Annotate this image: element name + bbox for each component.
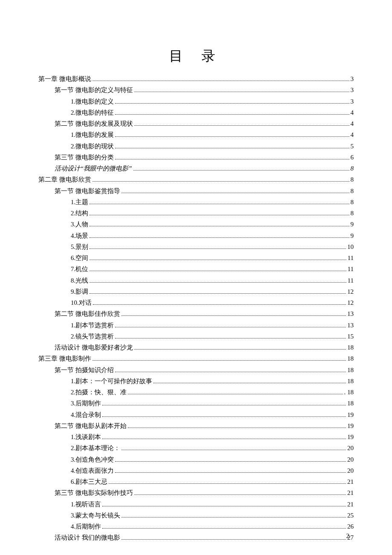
toc-entry-label: 2.微电影的特征 xyxy=(71,107,114,118)
toc-entry-page: 4 xyxy=(351,118,354,129)
toc-entry-label: 2.结构 xyxy=(71,208,88,219)
toc-entry-label: 第三节 微电影的分类 xyxy=(55,152,114,163)
toc-leader-dots xyxy=(102,439,346,439)
toc-entry: 第一节 微电影鉴赏指导8 xyxy=(38,185,354,197)
page-number: 2 xyxy=(346,532,350,540)
toc-entry-label: 7.机位 xyxy=(71,263,88,275)
toc-entry-label: 第一节 拍摄知识介绍 xyxy=(55,364,114,376)
toc-entry-label: 2.镜头节选赏析 xyxy=(71,331,114,342)
toc-leader-dots xyxy=(89,293,346,294)
toc-entry-page: 13 xyxy=(347,320,354,331)
toc-entry: 4.场景9 xyxy=(38,230,354,241)
toc-entry-label: 第三章 微电影制作 xyxy=(38,353,91,364)
toc-entry-page: 12 xyxy=(347,297,354,308)
toc-entry: 第二章 微电影欣赏8 xyxy=(38,174,354,185)
toc-entry: 第二节 微电影佳作欣赏13 xyxy=(38,308,354,319)
toc-leader-dots xyxy=(121,193,349,193)
toc-leader-dots xyxy=(115,114,349,115)
toc-leader-dots xyxy=(89,249,346,249)
toc-entry-page: 18 xyxy=(347,376,354,387)
toc-entry: 第三节 微电影实际制作技巧21 xyxy=(38,487,354,498)
toc-entry-label: 活动设计 微电影爱好者沙龙 xyxy=(55,342,133,353)
toc-entry-label: 10.对话 xyxy=(71,297,92,308)
document-page: 目 录 第一章 微电影概说3第一节 微电影的定义与特征31.微电影的定义32.微… xyxy=(0,0,392,555)
toc-leader-dots xyxy=(121,315,346,316)
toc-entry: 2.拍摄：快、狠、准. 18 xyxy=(38,387,354,398)
toc-entry-page: 8 xyxy=(351,163,354,174)
toc-entry: 第二节 微电影从剧本开始19 xyxy=(38,420,354,431)
toc-entry-page: 21 xyxy=(347,476,354,487)
toc-entry-page: 15 xyxy=(347,331,354,342)
toc-leader-dots xyxy=(121,450,346,450)
toc-entry-label: 活动设计 我们的微电影 xyxy=(55,532,120,543)
toc-entry-page: 18 xyxy=(347,398,354,409)
toc-entry: 3.人物9 xyxy=(38,219,354,230)
toc-entry: 4.混合录制19 xyxy=(38,409,354,420)
toc-entry-label: 2.微电影的现状 xyxy=(71,141,114,152)
toc-entry-label: 第二节 微电影佳作欣赏 xyxy=(55,308,120,319)
toc-entry-page: 20 xyxy=(347,465,354,476)
toc-entry-page: 11 xyxy=(348,275,354,286)
toc-list: 第一章 微电影概说3第一节 微电影的定义与特征31.微电影的定义32.微电影的特… xyxy=(38,73,354,543)
toc-entry: 1.浅谈剧本19 xyxy=(38,431,354,442)
toc-entry: 第三节 微电影的分类6 xyxy=(38,152,354,163)
toc-entry-label: 1.主题 xyxy=(71,197,88,208)
toc-entry-page: 5 xyxy=(351,141,354,152)
toc-entry-label: 第一节 微电影的定义与特征 xyxy=(55,84,133,95)
toc-entry-page: 3 xyxy=(351,84,354,95)
toc-leader-dots xyxy=(121,517,346,517)
toc-leader-dots xyxy=(134,92,349,92)
toc-entry: 3.后期制作18 xyxy=(38,398,354,409)
toc-leader-dots xyxy=(115,327,346,327)
toc-leader-dots xyxy=(89,237,349,238)
toc-entry: 第一章 微电影概说3 xyxy=(38,73,354,84)
toc-entry: 2.剧本基本理论：20 xyxy=(38,442,354,454)
toc-leader-dots xyxy=(102,416,346,417)
toc-entry-page: 19 xyxy=(347,409,354,420)
toc-entry-label: 第一章 微电影概说 xyxy=(38,73,91,84)
toc-entry: 第一节 微电影的定义与特征3 xyxy=(38,84,354,95)
toc-entry-page: 18 xyxy=(347,364,354,376)
toc-leader-dots xyxy=(102,506,346,506)
toc-entry-page: 3 xyxy=(351,96,354,107)
toc-leader-dots xyxy=(153,383,346,383)
toc-entry: 8.光线11 xyxy=(38,275,354,286)
toc-entry-page: 19 xyxy=(347,420,354,431)
toc-entry-page: 13 xyxy=(347,308,354,319)
toc-leader-dots xyxy=(115,461,346,462)
toc-leader-dots xyxy=(115,472,346,473)
toc-entry-page: 25 xyxy=(347,510,354,521)
toc-entry: 活动设计 我们的微电影27 xyxy=(38,532,354,543)
toc-leader-dots xyxy=(115,338,346,338)
toc-entry-page: 4 xyxy=(351,129,354,140)
toc-entry: 1.剧本节选赏析13 xyxy=(38,320,354,331)
toc-entry-page: 9 xyxy=(351,230,354,241)
toc-entry: 5.景别10 xyxy=(38,241,354,252)
toc-entry: 6.空间11 xyxy=(38,252,354,263)
toc-entry-page: 9 xyxy=(351,219,354,230)
toc-entry-label: 4.场景 xyxy=(71,230,88,241)
toc-entry-label: 1.微电影的定义 xyxy=(71,96,114,107)
toc-entry: 4.创造表面张力20 xyxy=(38,465,354,476)
toc-entry-label: 1.剧本节选赏析 xyxy=(71,320,114,331)
toc-entry-label: 8.光线 xyxy=(71,275,88,286)
toc-entry-page: 8 xyxy=(351,208,354,219)
toc-entry-label: 3.人物 xyxy=(71,219,88,230)
toc-entry-page: 20 xyxy=(347,454,354,465)
toc-leader-dots xyxy=(134,349,346,350)
toc-entry: 1.微电影的定义3 xyxy=(38,96,354,107)
toc-entry: 1.微电影的发展4 xyxy=(38,129,354,140)
toc-entry: 2.微电影的现状5 xyxy=(38,141,354,152)
toc-entry: 10.对话12 xyxy=(38,297,354,308)
toc-leader-dots xyxy=(109,483,346,484)
toc-entry-label: 9.影调 xyxy=(71,286,88,297)
toc-entry-page: 26 xyxy=(347,521,354,532)
toc-entry-page: 8 xyxy=(351,197,354,208)
toc-entry: 3.创造角色冲突20 xyxy=(38,454,354,465)
toc-leader-dots xyxy=(115,148,349,148)
toc-leader-dots xyxy=(115,159,349,159)
toc-leader-dots xyxy=(115,103,349,104)
toc-entry: 2.镜头节选赏析15 xyxy=(38,331,354,342)
toc-entry-page: 4 xyxy=(351,107,354,118)
toc-leader-dots xyxy=(128,394,343,394)
